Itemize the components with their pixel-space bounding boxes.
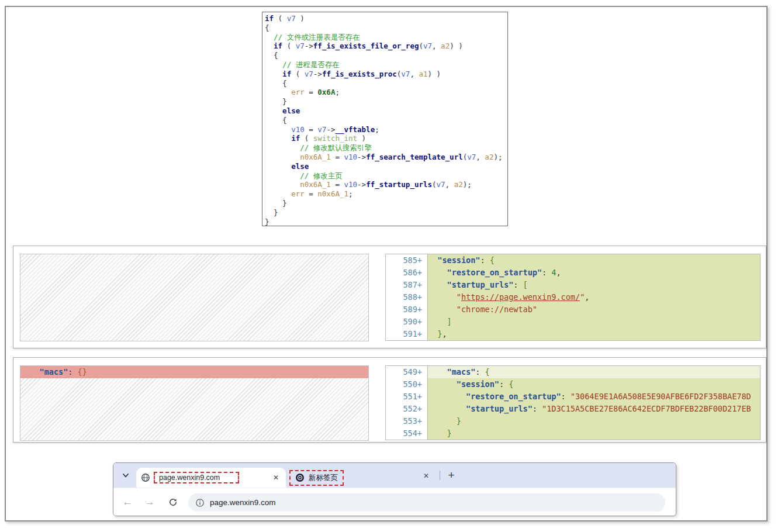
code-line: n0x6A_1 = v10->ff_startup_urls(v7, a2); [265, 180, 507, 189]
code-line: // 文件或注册表是否存在 [265, 33, 507, 42]
line-number: 588+ [386, 291, 427, 303]
line-number: 552+ [386, 403, 427, 415]
chevron-down-icon [121, 471, 130, 480]
diff-left-pane-empty [20, 254, 369, 341]
code-line: n0x6A_1 = v10->ff_search_template_url(v7… [265, 153, 507, 162]
decompiler-code-panel: if ( v7 ){ // 文件或注册表是否存在 if ( v7->ff_is_… [262, 12, 508, 226]
diff-line-content: }, [427, 328, 760, 340]
line-number: 589+ [386, 303, 427, 316]
diff-line-content: "restore_on_startup": "3064E9E1A6A508E5E… [427, 391, 760, 403]
line-number: 590+ [386, 316, 427, 328]
tab-title: 新标签页 [309, 473, 338, 483]
code-line: { [265, 23, 507, 33]
diff-row: 550+ "session": { [386, 378, 760, 391]
code-line: } [265, 208, 507, 217]
browser-toolbar: ← → page.wenxin9.com [113, 488, 676, 516]
info-icon[interactable] [195, 498, 205, 507]
tab-strip: page.wenxin9.com ✕ 新标签页 ✕ + [113, 463, 676, 488]
code-line: { [265, 79, 507, 88]
back-button[interactable]: ← [120, 495, 134, 509]
code-line: // 进程是否存在 [265, 60, 507, 70]
code-line: { [265, 116, 507, 125]
line-number: 554+ [386, 427, 427, 440]
diff-right-pane: 585+ "session": {586+ "restore_on_startu… [385, 254, 761, 341]
line-number: 585+ [386, 254, 427, 267]
code-line: { [265, 51, 507, 60]
tab-page-wenxin9[interactable]: page.wenxin9.com ✕ [136, 468, 286, 488]
tab-title: page.wenxin9.com [159, 474, 220, 482]
line-number: 551+ [386, 391, 427, 403]
diff-section-macs: "macs": {} 549+ "macs": {550+ "session":… [13, 357, 766, 443]
tab-title-highlight: 新标签页 [289, 470, 344, 486]
diff-row: 549+ "macs": { [386, 366, 760, 378]
browser-window: page.wenxin9.com ✕ 新标签页 ✕ + ← → [113, 462, 676, 516]
code-line: } [265, 97, 507, 106]
diff-line-content: "session": { [427, 378, 760, 391]
forward-button[interactable]: → [143, 495, 157, 509]
line-number: 587+ [386, 279, 427, 291]
diff-line-content: "macs": { [427, 366, 760, 378]
code-line: } [265, 217, 507, 226]
code-line: v10 = v7->__vftable; [265, 125, 507, 134]
line-number: 549+ [386, 366, 427, 378]
diff-missing-hatch [20, 254, 368, 341]
reload-icon [168, 498, 178, 507]
diff-row: 586+ "restore_on_startup": 4, [386, 267, 760, 279]
line-number: 591+ [386, 328, 427, 340]
tab-close-button[interactable]: ✕ [271, 472, 281, 483]
code-line: else [265, 106, 507, 116]
diff-line-content: } [427, 415, 760, 427]
tab-search-chevron-button[interactable] [119, 468, 133, 482]
diff-line-content: } [427, 427, 760, 440]
diff-deleted-line: "macs": {} [20, 366, 368, 378]
code-line: } [265, 199, 507, 208]
diff-missing-hatch [20, 378, 368, 440]
tab-new-tab-page[interactable]: 新标签页 [289, 468, 344, 488]
code-line: err = 0x6A; [265, 88, 507, 97]
diff-row: 551+ "restore_on_startup": "3064E9E1A6A5… [386, 391, 760, 403]
diff-row: 591+ }, [386, 328, 760, 340]
diff-row: 587+ "startup_urls": [ [386, 279, 760, 291]
diff-line-content: "startup_urls": [ [427, 279, 760, 291]
line-number: 550+ [386, 378, 427, 391]
code-line: if ( v7->ff_is_exists_file_or_reg(v7, a2… [265, 42, 507, 51]
code-line: // 修改主页 [265, 171, 507, 181]
diff-line-content: ] [427, 316, 760, 328]
code-line: "macs": {} [20, 366, 368, 375]
code-line: if ( switch_int ) [265, 134, 507, 143]
diff-row: 553+ } [386, 415, 760, 427]
code-line: // 修改默认搜索引擎 [265, 143, 507, 153]
reload-button[interactable] [166, 495, 180, 509]
address-bar[interactable]: page.wenxin9.com [188, 493, 665, 512]
url-text: page.wenxin9.com [210, 498, 276, 507]
diff-line-content: "startup_urls": "1D3C15A5CBE27E86AC642EC… [427, 403, 760, 415]
line-number: 586+ [386, 267, 427, 279]
newtab-favicon-icon [295, 473, 305, 482]
tab-title-highlight: page.wenxin9.com [154, 472, 239, 483]
diff-row: 554+ } [386, 427, 760, 440]
diff-left-pane-macs: "macs": {} [20, 365, 369, 441]
code-line: else [265, 162, 507, 171]
diff-row: 552+ "startup_urls": "1D3C15A5CBE27E86AC… [386, 403, 760, 415]
globe-icon [141, 473, 150, 482]
diff-section-session: 585+ "session": {586+ "restore_on_startu… [13, 246, 766, 348]
diff-row: 590+ ] [386, 316, 760, 328]
diff-line-content: "chrome://newtab" [427, 303, 760, 316]
code-line: if ( v7->ff_is_exists_proc(v7, a1) ) [265, 70, 507, 79]
diff-line-content: "session": { [427, 254, 760, 267]
code-line: err = n0x6A_1; [265, 189, 507, 199]
diff-row: 589+ "chrome://newtab" [386, 303, 760, 316]
tab-separator [440, 471, 440, 480]
diff-line-content: "https://page.wenxin9.com/", [427, 291, 760, 303]
diff-row: 585+ "session": { [386, 254, 760, 267]
code-line: if ( v7 ) [265, 14, 507, 23]
diff-line-content: "restore_on_startup": 4, [427, 267, 760, 279]
line-number: 553+ [386, 415, 427, 427]
diff-right-pane: 549+ "macs": {550+ "session": {551+ "res… [385, 365, 761, 440]
tab-close-button[interactable]: ✕ [421, 471, 431, 481]
diff-row: 588+ "https://page.wenxin9.com/", [386, 291, 760, 303]
new-tab-button[interactable]: + [445, 469, 458, 482]
